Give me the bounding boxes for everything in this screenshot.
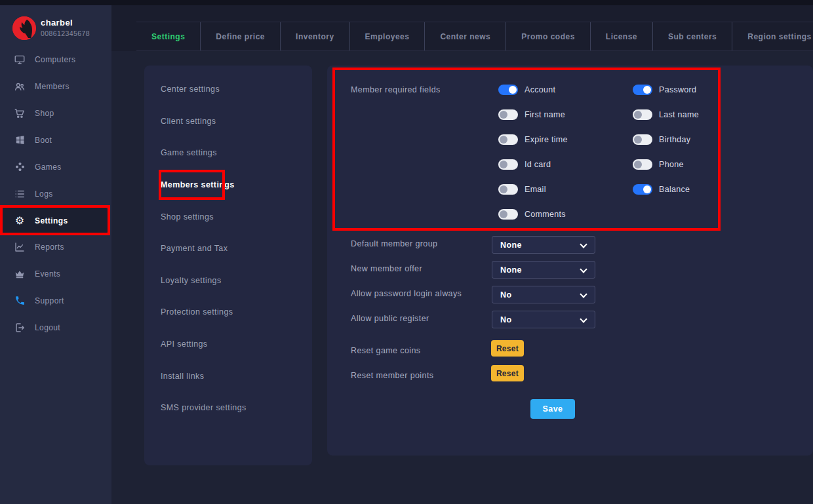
- settings-nav-item-protection-settings[interactable]: Protection settings: [161, 305, 233, 319]
- toggle-label: Birthday: [659, 135, 690, 144]
- toggle-expire-time[interactable]: Expire time: [498, 133, 568, 146]
- toggle-account[interactable]: Account: [498, 83, 555, 96]
- toggle-label: Expire time: [525, 135, 568, 144]
- toggle-last-name[interactable]: Last name: [633, 108, 699, 121]
- logout-icon: [13, 322, 26, 334]
- sidebar-item-games[interactable]: Games: [0, 153, 109, 180]
- sidebar-item-label: Shop: [35, 109, 54, 118]
- settings-nav-item-client-settings[interactable]: Client settings: [161, 115, 216, 128]
- user-id: 008612345678: [41, 29, 90, 37]
- sidebar-item-computers[interactable]: Computers: [0, 46, 109, 73]
- settings-nav-item-payment-and-tax[interactable]: Payment and Tax: [161, 242, 228, 255]
- avatar: [12, 16, 36, 40]
- settings-nav-item-shop-settings[interactable]: Shop settings: [161, 210, 214, 223]
- sidebar-item-label: Logs: [35, 189, 53, 199]
- toggle-phone[interactable]: Phone: [633, 158, 684, 171]
- member-required-fields-label: Member required fields: [351, 85, 441, 94]
- phone-icon: [13, 295, 26, 307]
- sidebar-item-reports[interactable]: Reports: [0, 233, 109, 260]
- toggle-switch[interactable]: [498, 109, 518, 120]
- toggle-label: Comments: [525, 210, 566, 219]
- toggle-switch[interactable]: [633, 85, 652, 95]
- sidebar-item-label: Members: [35, 82, 69, 91]
- reset-game-coins-label: Reset game coins: [351, 346, 420, 355]
- sidebar-item-shop[interactable]: Shop: [0, 100, 109, 126]
- sidebar-item-logout[interactable]: Logout: [0, 314, 109, 341]
- allow-password-login-always-select[interactable]: No: [492, 286, 595, 303]
- settings-nav-panel: Center settings Client settings Game set…: [144, 66, 312, 465]
- allow-public-register-label: Allow public register: [351, 314, 429, 323]
- select-value: No: [500, 315, 511, 324]
- sidebar-item-label: Games: [35, 163, 62, 172]
- toggle-balance[interactable]: Balance: [633, 183, 690, 196]
- sidebar-item-label: Boot: [35, 136, 52, 145]
- chevron-down-icon: [580, 241, 587, 248]
- top-strip: [0, 0, 813, 5]
- tab-settings[interactable]: Settings: [136, 22, 201, 50]
- toggle-comments[interactable]: Comments: [498, 208, 566, 221]
- allow-public-register-select[interactable]: No: [492, 311, 595, 328]
- select-value: None: [500, 265, 522, 275]
- tab-inventory[interactable]: Inventory: [281, 22, 350, 50]
- tab-sub-centers[interactable]: Sub centers: [653, 22, 732, 50]
- sidebar-item-label: Reports: [35, 242, 64, 252]
- tab-license[interactable]: License: [591, 22, 653, 50]
- settings-nav-item-install-links[interactable]: Install links: [161, 370, 204, 383]
- app-window: Settings Define price Inventory Employee…: [0, 0, 813, 504]
- toggle-switch[interactable]: [498, 209, 518, 220]
- toggle-switch[interactable]: [633, 184, 652, 195]
- header: Settings Define price Inventory Employee…: [111, 5, 813, 51]
- toggle-label: First name: [525, 110, 565, 119]
- toggle-birthday[interactable]: Birthday: [633, 133, 690, 146]
- sidebar-item-support[interactable]: Support: [0, 287, 109, 314]
- cart-icon: [13, 107, 26, 119]
- tab-region-settings[interactable]: Region settings: [732, 22, 813, 50]
- chevron-down-icon: [580, 265, 587, 273]
- sidebar-item-boot[interactable]: Boot: [0, 126, 109, 153]
- tab-employees[interactable]: Employees: [350, 22, 426, 50]
- gamepad-icon: [13, 161, 26, 173]
- default-member-group-select[interactable]: None: [492, 236, 595, 254]
- settings-nav-item-members-settings[interactable]: Members settings: [161, 178, 235, 191]
- toggle-label: Password: [659, 85, 696, 94]
- toggle-switch[interactable]: [498, 85, 518, 95]
- toggle-switch[interactable]: [633, 109, 652, 120]
- settings-nav-item-api-settings[interactable]: API settings: [161, 338, 208, 351]
- toggle-switch[interactable]: [498, 134, 518, 145]
- toggle-switch[interactable]: [498, 159, 518, 170]
- sidebar-item-logs[interactable]: Logs: [0, 180, 109, 207]
- settings-nav-item-game-settings[interactable]: Game settings: [161, 146, 217, 159]
- user-name: charbel: [41, 18, 73, 28]
- sidebar-item-label: Computers: [35, 55, 75, 64]
- tab-define-price[interactable]: Define price: [201, 22, 281, 50]
- sidebar-item-label: Events: [35, 269, 60, 279]
- reset-member-points-button[interactable]: Reset: [491, 365, 524, 381]
- monitor-icon: [13, 54, 26, 66]
- tab-bar: Settings Define price Inventory Employee…: [136, 22, 813, 51]
- toggle-password[interactable]: Password: [633, 83, 696, 96]
- default-member-group-label: Default member group: [351, 239, 437, 248]
- sidebar-item-settings[interactable]: ⚙ Settings: [0, 207, 109, 234]
- save-button[interactable]: Save: [530, 399, 575, 419]
- tab-promo-codes[interactable]: Promo codes: [506, 22, 591, 50]
- settings-nav-item-sms-provider-settings[interactable]: SMS provider settings: [161, 401, 247, 414]
- toggle-switch[interactable]: [633, 159, 652, 170]
- new-member-offer-select[interactable]: None: [492, 261, 595, 279]
- select-value: No: [500, 290, 511, 300]
- toggle-first-name[interactable]: First name: [498, 108, 565, 121]
- members-settings-panel: Member required fields Account Password …: [327, 66, 813, 456]
- sidebar-item-members[interactable]: Members: [0, 73, 109, 100]
- sidebar-item-events[interactable]: Events: [0, 260, 109, 287]
- settings-nav-item-loyalty-settings[interactable]: Loyalty settings: [161, 274, 222, 287]
- reset-game-coins-button[interactable]: Reset: [491, 340, 524, 357]
- tab-center-news[interactable]: Center news: [425, 22, 506, 50]
- sidebar-item-label: Settings: [35, 216, 68, 225]
- settings-nav-item-center-settings[interactable]: Center settings: [161, 83, 220, 96]
- toggle-switch[interactable]: [498, 184, 518, 195]
- chart-icon: [13, 241, 26, 253]
- toggle-label: Balance: [659, 185, 690, 194]
- toggle-id-card[interactable]: Id card: [498, 158, 551, 171]
- toggle-email[interactable]: Email: [498, 183, 546, 196]
- users-icon: [13, 81, 26, 92]
- toggle-switch[interactable]: [633, 134, 652, 145]
